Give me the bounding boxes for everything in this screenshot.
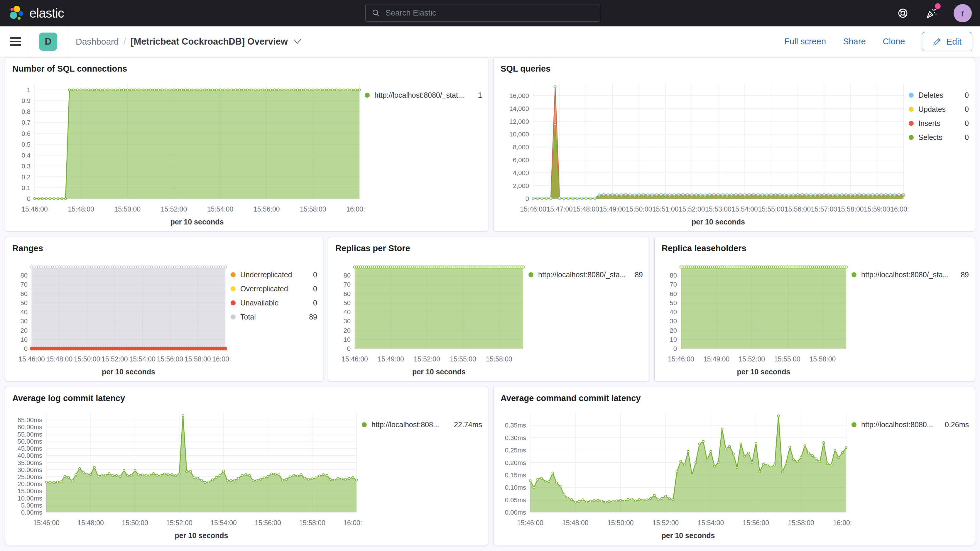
chart-log_commit_latency[interactable]: 0.00ms5.00ms10.00ms15.00ms20.00ms25.00ms…	[11, 406, 362, 540]
svg-text:0.30ms: 0.30ms	[505, 434, 526, 441]
global-search[interactable]	[365, 4, 600, 22]
legend-value: 89	[302, 313, 317, 321]
svg-text:40: 40	[21, 308, 27, 316]
svg-text:20: 20	[344, 327, 351, 334]
chart-sql_queries[interactable]: 02,0004,0006,0008,00010,00012,00014,0001…	[500, 77, 909, 226]
svg-text:16:00:00: 16:00:00	[890, 205, 909, 213]
svg-text:15:52:00: 15:52:00	[652, 519, 679, 527]
svg-text:15:49:00: 15:49:00	[703, 355, 730, 363]
global-header: elastic	[0, 0, 980, 26]
legend-item[interactable]: Updates0	[909, 105, 969, 113]
legend-item[interactable]: Total89	[231, 313, 317, 321]
panel-title: Ranges	[12, 242, 317, 254]
svg-text:15:46:00: 15:46:00	[21, 205, 48, 213]
legend-value: 22.74ms	[447, 420, 482, 429]
legend-dot	[362, 422, 367, 427]
legend-value: 89	[628, 271, 643, 279]
svg-text:16:00:00: 16:00:00	[343, 519, 362, 527]
svg-text:0: 0	[347, 345, 351, 352]
svg-text:15:49:00: 15:49:00	[378, 355, 404, 363]
dashboard-badge[interactable]: D	[39, 33, 57, 51]
svg-text:10,000: 10,000	[509, 131, 529, 138]
clone-button[interactable]: Clone	[883, 37, 905, 46]
legend-item[interactable]: Inserts0	[909, 119, 969, 127]
edit-button[interactable]: Edit	[922, 32, 972, 51]
svg-text:80: 80	[21, 272, 27, 279]
svg-text:0.3: 0.3	[21, 162, 30, 170]
menu-button[interactable]	[10, 37, 21, 46]
avatar[interactable]: r	[954, 4, 972, 22]
chart-ranges[interactable]: 0102030405060708015:46:0015:48:0015:50:0…	[11, 256, 231, 376]
title-menu-button[interactable]	[293, 38, 302, 45]
breadcrumb-separator: /	[124, 37, 126, 47]
svg-text:0.1: 0.1	[21, 184, 30, 191]
legend-item[interactable]: http://localhost:8080/_sta...89	[851, 271, 969, 279]
chart-replica_leaseholders[interactable]: 0102030405060708015:46:0015:49:0015:52:0…	[660, 256, 851, 376]
svg-text:30: 30	[344, 317, 351, 325]
legend-item[interactable]: Deletes0	[909, 91, 969, 99]
search-icon	[371, 8, 380, 17]
search-input[interactable]	[385, 8, 594, 18]
chart-svg-ranges: 0102030405060708015:46:0015:48:0015:50:0…	[11, 256, 231, 376]
legend-item[interactable]: Unavailable0	[231, 299, 317, 307]
panel-sql_connections: Number of SQL connections 00.10.20.30.40…	[5, 57, 488, 231]
svg-text:15:56:00: 15:56:00	[743, 519, 769, 527]
legend-item[interactable]: Underreplicated0	[231, 271, 317, 279]
svg-text:per 10 seconds: per 10 seconds	[661, 531, 715, 540]
dashboard-toolbar: D Dashboard / [Metricbeat CockroachDB] O…	[0, 26, 980, 57]
chart-command_commit_latency[interactable]: 0.00ms0.05ms0.10ms0.15ms0.20ms0.25ms0.30…	[500, 406, 851, 540]
svg-text:15:52:00: 15:52:00	[679, 205, 705, 213]
chart-legend: http://localhost:8080/_stat...1	[365, 77, 482, 226]
svg-text:15:54:00: 15:54:00	[698, 519, 724, 527]
svg-text:60: 60	[344, 290, 351, 298]
full-screen-button[interactable]: Full screen	[784, 37, 826, 46]
svg-text:15:58:00: 15:58:00	[810, 355, 836, 363]
help-button[interactable]	[897, 7, 909, 19]
legend-item[interactable]: Selects0	[909, 133, 969, 142]
svg-text:15:46:00: 15:46:00	[19, 355, 45, 363]
breadcrumb-dashboard[interactable]: Dashboard	[76, 37, 119, 47]
news-button[interactable]	[925, 7, 938, 20]
panel-title: Number of SQL connections	[12, 63, 482, 75]
legend-item[interactable]: Overreplicated0	[231, 285, 317, 293]
svg-text:40: 40	[670, 308, 677, 316]
legend-item[interactable]: http://localhost:8080...0.26ms	[851, 420, 969, 429]
svg-text:0.7: 0.7	[21, 119, 30, 126]
chart-svg-sql_queries: 02,0004,0006,0008,00010,00012,00014,0001…	[500, 77, 909, 226]
svg-text:8,000: 8,000	[513, 143, 529, 151]
svg-text:15:52:00: 15:52:00	[102, 355, 128, 363]
svg-text:15:58:00: 15:58:00	[300, 205, 326, 213]
legend-item[interactable]: http://localhost:8080/_stat...1	[365, 91, 482, 99]
legend-label: Unavailable	[240, 299, 279, 307]
svg-text:60: 60	[670, 290, 677, 298]
panel-log_commit_latency: Average log commit latency 0.00ms5.00ms1…	[5, 387, 488, 545]
elastic-logo: elastic	[9, 6, 64, 21]
svg-text:15.00ms: 15.00ms	[18, 487, 42, 495]
svg-text:15:50:00: 15:50:00	[122, 519, 148, 527]
legend-dot	[909, 121, 914, 126]
avatar-initial: r	[961, 8, 964, 19]
panel-title: SQL queries	[501, 63, 969, 75]
svg-text:10: 10	[21, 336, 27, 343]
svg-text:40: 40	[344, 308, 351, 316]
svg-text:80: 80	[344, 272, 351, 279]
svg-text:50: 50	[21, 299, 27, 307]
svg-text:15:53:00: 15:53:00	[705, 205, 732, 213]
svg-text:15:54:00: 15:54:00	[207, 205, 234, 213]
chart-legend: http://localhost:808...22.74ms	[362, 406, 482, 540]
chart-sql_connections[interactable]: 00.10.20.30.40.50.60.70.80.9115:46:0015:…	[11, 77, 365, 226]
svg-text:0: 0	[673, 345, 677, 352]
svg-text:6,000: 6,000	[513, 156, 529, 164]
panel-sql_queries: SQL queries 02,0004,0006,0008,00010,0001…	[493, 57, 975, 231]
svg-text:70: 70	[670, 281, 677, 288]
svg-text:15:50:00: 15:50:00	[608, 519, 634, 527]
chart-replicas_per_store[interactable]: 0102030405060708015:46:0015:49:0015:52:0…	[334, 256, 528, 376]
legend-item[interactable]: http://localhost:808...22.74ms	[362, 420, 482, 429]
legend-item[interactable]: http://localhost:8080/_sta...89	[528, 271, 643, 279]
legend-dot	[231, 272, 235, 277]
svg-text:0.9: 0.9	[21, 97, 30, 104]
svg-text:16,000: 16,000	[509, 92, 529, 99]
brand-name: elastic	[29, 6, 64, 21]
share-button[interactable]: Share	[843, 37, 865, 46]
svg-text:50.00ms: 50.00ms	[18, 438, 42, 445]
